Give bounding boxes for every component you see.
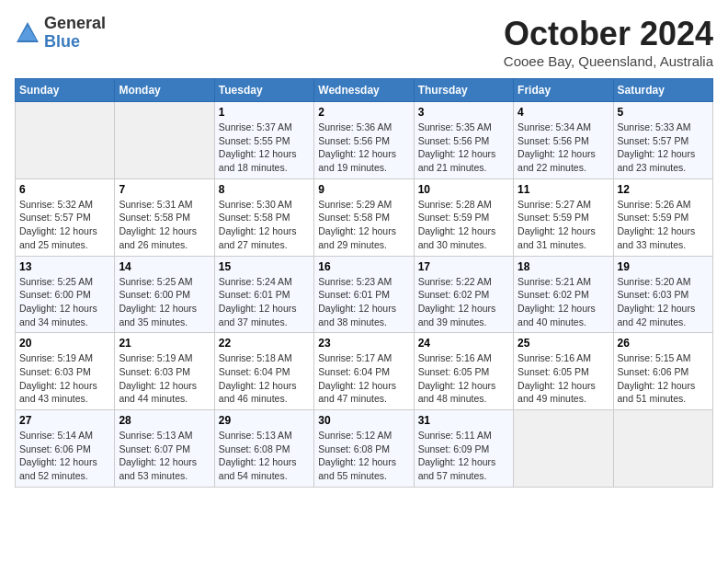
calendar-cell: 29Sunrise: 5:13 AMSunset: 6:08 PMDayligh… [214,410,313,488]
day-info: Sunrise: 5:36 AMSunset: 5:56 PMDaylight:… [318,121,409,175]
calendar-cell: 19Sunrise: 5:20 AMSunset: 6:03 PMDayligh… [613,256,712,333]
calendar-cell: 10Sunrise: 5:28 AMSunset: 5:59 PMDayligh… [414,178,513,256]
calendar-week-1: 1Sunrise: 5:37 AMSunset: 5:55 PMDaylight… [16,102,713,179]
weekday-header-tuesday: Tuesday [214,79,313,102]
calendar-cell: 24Sunrise: 5:16 AMSunset: 6:05 PMDayligh… [414,333,513,410]
day-number: 19 [618,260,709,273]
calendar-table: SundayMondayTuesdayWednesdayThursdayFrid… [15,78,713,488]
calendar-cell: 5Sunrise: 5:33 AMSunset: 5:57 PMDaylight… [613,102,712,179]
day-number: 18 [518,260,609,273]
weekday-header-monday: Monday [115,79,214,102]
calendar-cell: 27Sunrise: 5:14 AMSunset: 6:06 PMDayligh… [16,410,115,488]
weekday-header-saturday: Saturday [613,79,712,102]
day-number: 10 [418,183,509,196]
calendar-cell: 15Sunrise: 5:24 AMSunset: 6:01 PMDayligh… [214,256,313,333]
day-number: 5 [618,106,709,119]
calendar-cell: 7Sunrise: 5:31 AMSunset: 5:58 PMDaylight… [115,178,214,256]
day-number: 12 [618,183,709,196]
calendar-week-3: 13Sunrise: 5:25 AMSunset: 6:00 PMDayligh… [16,256,713,333]
day-info: Sunrise: 5:24 AMSunset: 6:01 PMDaylight:… [219,275,310,329]
calendar-cell: 20Sunrise: 5:19 AMSunset: 6:03 PMDayligh… [16,333,115,410]
calendar-week-4: 20Sunrise: 5:19 AMSunset: 6:03 PMDayligh… [16,333,713,410]
day-number: 23 [318,337,409,350]
day-info: Sunrise: 5:20 AMSunset: 6:03 PMDaylight:… [618,275,709,329]
calendar-cell: 12Sunrise: 5:26 AMSunset: 5:59 PMDayligh… [613,178,712,256]
title-block: October 2024 Cooee Bay, Queensland, Aust… [504,15,713,69]
day-number: 7 [119,183,210,196]
day-number: 31 [418,414,509,427]
day-number: 15 [219,260,310,273]
day-info: Sunrise: 5:19 AMSunset: 6:03 PMDaylight:… [119,351,210,406]
location-title: Cooee Bay, Queensland, Australia [504,53,713,69]
day-number: 26 [618,337,709,350]
day-info: Sunrise: 5:33 AMSunset: 5:57 PMDaylight:… [618,121,709,175]
calendar-cell: 1Sunrise: 5:37 AMSunset: 5:55 PMDaylight… [214,102,313,179]
calendar-week-2: 6Sunrise: 5:32 AMSunset: 5:57 PMDaylight… [16,178,713,256]
weekday-header-friday: Friday [514,79,613,102]
calendar-cell [16,102,115,179]
day-info: Sunrise: 5:16 AMSunset: 6:05 PMDaylight:… [418,351,509,406]
day-info: Sunrise: 5:23 AMSunset: 6:01 PMDaylight:… [318,275,409,329]
day-info: Sunrise: 5:17 AMSunset: 6:04 PMDaylight:… [318,351,409,406]
day-number: 16 [318,260,409,273]
weekday-header-thursday: Thursday [414,79,513,102]
day-number: 3 [418,106,509,119]
calendar-cell: 17Sunrise: 5:22 AMSunset: 6:02 PMDayligh… [414,256,513,333]
day-number: 29 [219,414,310,427]
day-info: Sunrise: 5:37 AMSunset: 5:55 PMDaylight:… [219,121,310,175]
calendar-cell: 30Sunrise: 5:12 AMSunset: 6:08 PMDayligh… [314,410,414,488]
calendar-cell: 6Sunrise: 5:32 AMSunset: 5:57 PMDaylight… [16,178,115,256]
calendar-cell [514,410,613,488]
weekday-header-wednesday: Wednesday [314,79,414,102]
calendar-cell: 14Sunrise: 5:25 AMSunset: 6:00 PMDayligh… [115,256,214,333]
day-info: Sunrise: 5:25 AMSunset: 6:00 PMDaylight:… [19,275,110,329]
calendar-cell: 28Sunrise: 5:13 AMSunset: 6:07 PMDayligh… [115,410,214,488]
day-info: Sunrise: 5:26 AMSunset: 5:59 PMDaylight:… [618,198,709,252]
day-number: 13 [19,260,110,273]
calendar-cell: 13Sunrise: 5:25 AMSunset: 6:00 PMDayligh… [16,256,115,333]
day-info: Sunrise: 5:35 AMSunset: 5:56 PMDaylight:… [418,121,509,175]
day-info: Sunrise: 5:16 AMSunset: 6:05 PMDaylight:… [518,351,609,406]
day-info: Sunrise: 5:32 AMSunset: 5:57 PMDaylight:… [19,198,110,252]
day-info: Sunrise: 5:12 AMSunset: 6:08 PMDaylight:… [318,429,409,483]
day-info: Sunrise: 5:19 AMSunset: 6:03 PMDaylight:… [19,351,110,406]
svg-marker-1 [18,26,37,40]
weekday-header-sunday: Sunday [16,79,115,102]
day-number: 1 [219,106,310,119]
calendar-cell: 16Sunrise: 5:23 AMSunset: 6:01 PMDayligh… [314,256,414,333]
day-info: Sunrise: 5:27 AMSunset: 5:59 PMDaylight:… [518,198,609,252]
calendar-cell: 11Sunrise: 5:27 AMSunset: 5:59 PMDayligh… [514,178,613,256]
calendar-cell [613,410,712,488]
day-info: Sunrise: 5:28 AMSunset: 5:59 PMDaylight:… [418,198,509,252]
day-info: Sunrise: 5:21 AMSunset: 6:02 PMDaylight:… [518,275,609,329]
calendar-cell: 2Sunrise: 5:36 AMSunset: 5:56 PMDaylight… [314,102,414,179]
day-info: Sunrise: 5:25 AMSunset: 6:00 PMDaylight:… [119,275,210,329]
day-number: 25 [518,337,609,350]
calendar-cell: 26Sunrise: 5:15 AMSunset: 6:06 PMDayligh… [613,333,712,410]
calendar-cell: 21Sunrise: 5:19 AMSunset: 6:03 PMDayligh… [115,333,214,410]
logo: General Blue [15,15,106,52]
day-number: 24 [418,337,509,350]
calendar-week-5: 27Sunrise: 5:14 AMSunset: 6:06 PMDayligh… [16,410,713,488]
day-info: Sunrise: 5:13 AMSunset: 6:07 PMDaylight:… [119,429,210,483]
day-number: 28 [119,414,210,427]
day-info: Sunrise: 5:29 AMSunset: 5:58 PMDaylight:… [318,198,409,252]
day-info: Sunrise: 5:34 AMSunset: 5:56 PMDaylight:… [518,121,609,175]
day-info: Sunrise: 5:13 AMSunset: 6:08 PMDaylight:… [219,429,310,483]
day-number: 6 [19,183,110,196]
day-number: 17 [418,260,509,273]
day-info: Sunrise: 5:18 AMSunset: 6:04 PMDaylight:… [219,351,310,406]
calendar-cell: 4Sunrise: 5:34 AMSunset: 5:56 PMDaylight… [514,102,613,179]
day-number: 27 [19,414,110,427]
calendar-cell: 3Sunrise: 5:35 AMSunset: 5:56 PMDaylight… [414,102,513,179]
day-number: 11 [518,183,609,196]
weekday-header-row: SundayMondayTuesdayWednesdayThursdayFrid… [16,79,713,102]
day-number: 20 [19,337,110,350]
logo-icon [15,20,40,46]
logo-blue-text: Blue [44,33,106,52]
calendar-cell: 31Sunrise: 5:11 AMSunset: 6:09 PMDayligh… [414,410,513,488]
day-number: 8 [219,183,310,196]
logo-general-text: General [44,15,106,33]
calendar-cell: 22Sunrise: 5:18 AMSunset: 6:04 PMDayligh… [214,333,313,410]
day-number: 2 [318,106,409,119]
